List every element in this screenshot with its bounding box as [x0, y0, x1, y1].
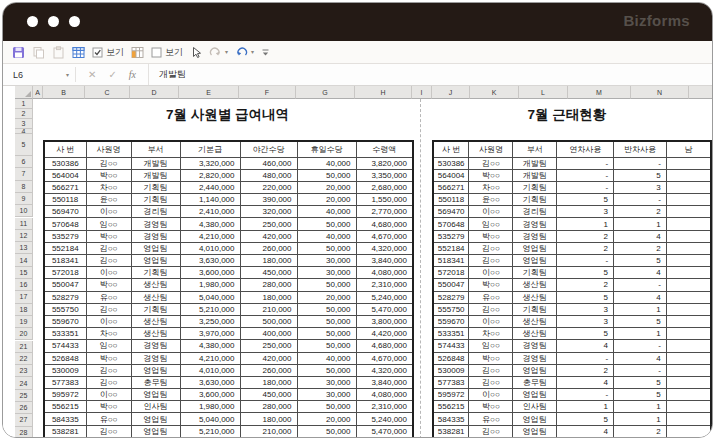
salary-table-cell[interactable]: 450,000: [240, 389, 297, 401]
salary-table-cell[interactable]: 250,000: [240, 218, 297, 230]
salary-table-cell[interactable]: 50,000: [297, 364, 356, 376]
salary-table-cell[interactable]: 3,600,000: [180, 389, 240, 401]
salary-table-cell[interactable]: 영업팀: [131, 413, 180, 425]
attendance-table-cell[interactable]: 1: [614, 328, 667, 340]
salary-table-cell[interactable]: 2,440,000: [180, 181, 240, 193]
row-header-27[interactable]: 27: [15, 414, 33, 426]
attendance-table-cell[interactable]: 528279: [433, 291, 469, 303]
salary-table-cell[interactable]: 1,980,000: [180, 279, 240, 291]
salary-table-cell[interactable]: 555750: [44, 303, 86, 315]
salary-table-cell[interactable]: 30,000: [297, 255, 356, 267]
attendance-table-cell[interactable]: 5: [557, 194, 614, 206]
salary-table-cell[interactable]: 박○○: [86, 401, 131, 413]
attendance-table-cell[interactable]: 경영팀: [513, 230, 557, 242]
row-header-18[interactable]: 18: [15, 304, 33, 316]
attendance-table-cell[interactable]: 559670: [433, 315, 469, 327]
view-toggle-2[interactable]: 보기: [150, 44, 184, 61]
row-header-26[interactable]: 26: [15, 402, 33, 414]
salary-table-cell[interactable]: 556215: [44, 401, 86, 413]
salary-table-cell[interactable]: 50,000: [297, 401, 356, 413]
formula-input[interactable]: 개발팀: [148, 64, 712, 85]
attendance-table-cell[interactable]: 518341: [433, 255, 469, 267]
col-header-D[interactable]: D: [130, 86, 179, 99]
salary-table-cell[interactable]: 500,000: [240, 315, 297, 327]
row-header-8[interactable]: 8: [15, 181, 33, 193]
insert-function-icon[interactable]: fx: [129, 69, 136, 80]
attendance-table-cell[interactable]: 5: [614, 389, 667, 401]
salary-table-cell[interactable]: 영업팀: [131, 364, 180, 376]
attendance-table-cell[interactable]: 584335: [433, 413, 469, 425]
attendance-table-cell[interactable]: 3: [557, 206, 614, 218]
attendance-table-cell[interactable]: -: [557, 389, 614, 401]
salary-table-cell[interactable]: 577383: [44, 376, 86, 388]
attendance-table-cell[interactable]: 생산팀: [513, 315, 557, 327]
salary-table-cell[interactable]: 김○○: [86, 255, 131, 267]
attendance-table-cell[interactable]: 526848: [433, 352, 469, 364]
salary-table-cell[interactable]: 260,000: [240, 242, 297, 254]
salary-table-cell[interactable]: 3,820,000: [356, 157, 413, 169]
attendance-table-cell[interactable]: 564004: [433, 169, 469, 181]
salary-table-cell[interactable]: 4,010,000: [180, 364, 240, 376]
row-header-2[interactable]: 2: [15, 109, 33, 119]
salary-table-cell[interactable]: 경영팀: [131, 230, 180, 242]
attendance-table-cell[interactable]: 김○○: [469, 364, 513, 376]
salary-table-cell[interactable]: 180,000: [240, 255, 297, 267]
salary-table-cell[interactable]: 4,210,000: [180, 230, 240, 242]
salary-table-cell[interactable]: 550118: [44, 194, 86, 206]
attendance-table-cell[interactable]: [666, 315, 711, 327]
salary-title[interactable]: 7월 사원별 급여내역: [43, 100, 412, 130]
attendance-table-cell[interactable]: 기획팀: [513, 267, 557, 279]
attendance-table-cell[interactable]: 유○○: [469, 413, 513, 425]
attendance-table-cell[interactable]: [666, 194, 711, 206]
salary-table-cell[interactable]: 영업팀: [131, 242, 180, 254]
salary-table-cell[interactable]: 50,000: [297, 279, 356, 291]
salary-table-cell[interactable]: 생산팀: [131, 279, 180, 291]
table-view-button[interactable]: [71, 44, 86, 61]
attendance-table-cell[interactable]: 이○○: [469, 315, 513, 327]
copy-button[interactable]: [31, 44, 46, 61]
salary-table-cell[interactable]: 250,000: [240, 340, 297, 352]
attendance-table-header-0[interactable]: 사 번: [433, 141, 469, 157]
salary-table-cell[interactable]: 김○○: [86, 157, 131, 169]
salary-table-cell[interactable]: 4,010,000: [180, 242, 240, 254]
salary-table-cell[interactable]: 4,680,000: [356, 218, 413, 230]
attendance-table-cell[interactable]: [666, 401, 711, 413]
salary-table-cell[interactable]: 480,000: [240, 169, 297, 181]
attendance-table-cell[interactable]: 영업팀: [513, 389, 557, 401]
col-header-E[interactable]: E: [179, 86, 239, 99]
attendance-table-cell[interactable]: [666, 364, 711, 376]
attendance-table-cell[interactable]: 김○○: [469, 303, 513, 315]
salary-table-cell[interactable]: 4,320,000: [356, 242, 413, 254]
salary-table-cell[interactable]: 영업팀: [131, 255, 180, 267]
salary-table-cell[interactable]: 3,970,000: [180, 328, 240, 340]
salary-table-cell[interactable]: 400,000: [240, 328, 297, 340]
attendance-table-cell[interactable]: -: [557, 181, 614, 193]
attendance-table-cell[interactable]: 574433: [433, 340, 469, 352]
salary-table-cell[interactable]: 180,000: [240, 291, 297, 303]
row-header-24[interactable]: 24: [15, 377, 33, 389]
salary-table-cell[interactable]: 기획팀: [131, 267, 180, 279]
attendance-table-cell[interactable]: 김○○: [469, 255, 513, 267]
salary-table-cell[interactable]: 3,600,000: [180, 267, 240, 279]
attendance-table-header-3[interactable]: 연차사용: [557, 141, 614, 157]
attendance-table-cell[interactable]: 2: [614, 206, 667, 218]
undo-button[interactable]: ▾: [234, 44, 255, 61]
row-header-17[interactable]: 17: [15, 291, 33, 303]
attendance-table-cell[interactable]: 1: [557, 401, 614, 413]
salary-table-cell[interactable]: 528279: [44, 291, 86, 303]
attendance-table-cell[interactable]: 생산팀: [513, 328, 557, 340]
attendance-table-cell[interactable]: [666, 206, 711, 218]
attendance-table-cell[interactable]: 5: [614, 255, 667, 267]
attendance-table-cell[interactable]: [666, 230, 711, 242]
attendance-table-cell[interactable]: [666, 267, 711, 279]
attendance-table-cell[interactable]: 2: [614, 425, 667, 438]
redo-button[interactable]: ▾: [208, 44, 229, 61]
attendance-table-cell[interactable]: 영업팀: [513, 242, 557, 254]
salary-table-cell[interactable]: 개발팀: [131, 157, 180, 169]
attendance-table-cell[interactable]: 김○○: [469, 376, 513, 388]
salary-table-header-1[interactable]: 사원명: [86, 141, 131, 157]
attendance-table-cell[interactable]: 김○○: [469, 157, 513, 169]
salary-table-cell[interactable]: 210,000: [240, 425, 297, 438]
attendance-table-cell[interactable]: 유○○: [469, 291, 513, 303]
salary-table-header-4[interactable]: 야간수당: [240, 141, 297, 157]
